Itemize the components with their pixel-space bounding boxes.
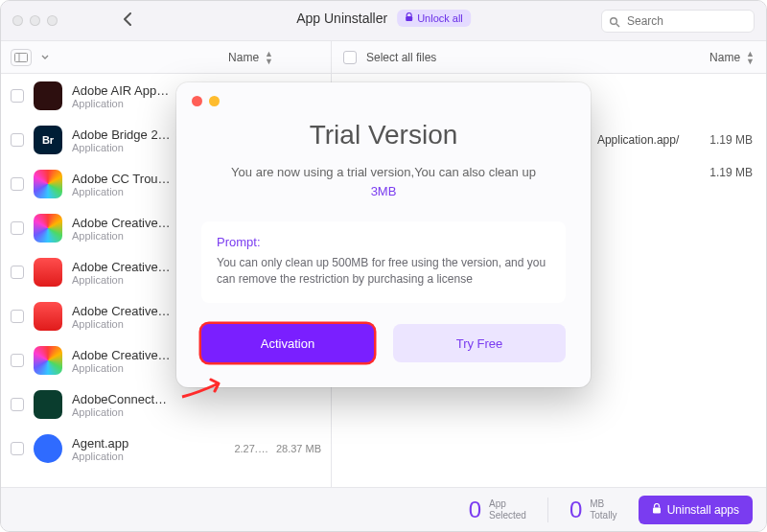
modal-subtitle: You are now using a trial version,You ca… (176, 164, 591, 200)
modal-actions: Activation Try Free (201, 324, 566, 362)
modal-accent-size: 3MB (176, 183, 591, 200)
activation-button[interactable]: Activation (201, 324, 374, 362)
modal-window-controls (176, 82, 591, 106)
prompt-text: You can only clean up 500MB for free usi… (217, 255, 550, 288)
minimize-icon[interactable] (209, 96, 220, 106)
close-icon[interactable] (192, 96, 202, 106)
modal-overlay: Trial Version You are now using a trial … (0, 0, 767, 532)
trial-modal: Trial Version You are now using a trial … (176, 82, 591, 387)
prompt-box: Prompt: You can only clean up 500MB for … (201, 221, 566, 303)
try-free-button[interactable]: Try Free (393, 324, 566, 362)
prompt-title: Prompt: (217, 235, 550, 249)
modal-title: Trial Version (176, 120, 591, 150)
